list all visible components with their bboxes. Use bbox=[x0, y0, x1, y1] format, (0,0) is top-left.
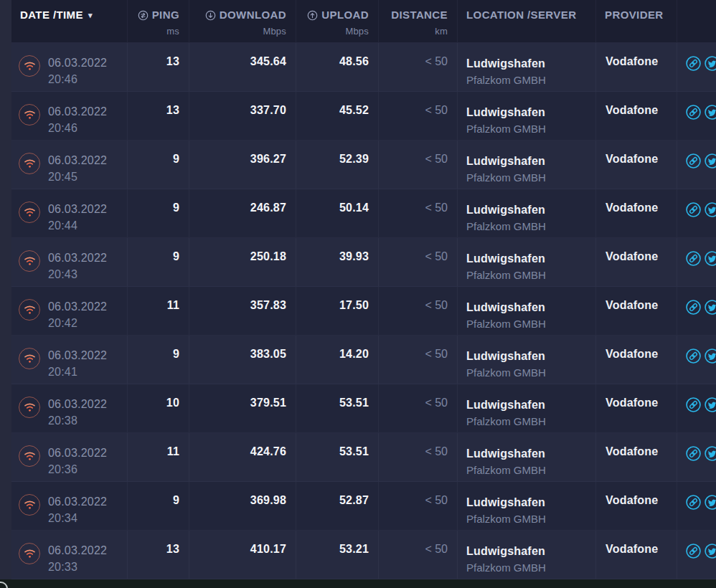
result-link-icon[interactable] bbox=[686, 202, 701, 237]
result-link-icon[interactable] bbox=[686, 544, 701, 579]
share-twitter-icon[interactable] bbox=[705, 495, 716, 530]
column-unit: ms bbox=[128, 24, 179, 39]
download-value: 383.05 bbox=[189, 336, 296, 384]
result-date: 06.03.2022 bbox=[48, 495, 107, 508]
ping-icon bbox=[138, 10, 149, 21]
ping-value: 11 bbox=[127, 287, 189, 335]
location-server-cell: Ludwigshafen Pfalzkom GMBH bbox=[457, 189, 595, 237]
location-name: Ludwigshafen bbox=[466, 252, 545, 265]
server-name: Pfalzkom GMBH bbox=[466, 74, 546, 86]
result-row: 06.03.2022 20:46 13 337.70 45.52 < 50 Lu… bbox=[11, 92, 716, 141]
results-table-header: DATE /TIME ▾ PING ms bbox=[11, 0, 716, 43]
share-twitter-icon[interactable] bbox=[705, 397, 716, 432]
download-value: 410.17 bbox=[189, 531, 296, 579]
column-header-ping: PING ms bbox=[127, 0, 189, 42]
wifi-icon bbox=[19, 104, 40, 125]
download-value: 396.27 bbox=[189, 141, 296, 189]
location-server-cell: Ludwigshafen Pfalzkom GMBH bbox=[457, 92, 595, 140]
upload-icon bbox=[307, 10, 318, 21]
result-link-icon[interactable] bbox=[686, 251, 701, 286]
distance-value: < 50 bbox=[378, 433, 457, 481]
location-server-cell: Ludwigshafen Pfalzkom GMBH bbox=[457, 141, 595, 189]
result-link-icon[interactable] bbox=[686, 105, 701, 140]
ping-value: 13 bbox=[127, 531, 189, 579]
share-twitter-icon[interactable] bbox=[705, 251, 716, 286]
share-twitter-icon[interactable] bbox=[705, 446, 716, 481]
result-time: 20:46 bbox=[48, 122, 77, 134]
location-name: Ludwigshafen bbox=[466, 57, 545, 70]
upload-value: 52.39 bbox=[296, 141, 378, 189]
distance-value: < 50 bbox=[378, 384, 457, 432]
distance-value: < 50 bbox=[378, 238, 457, 286]
download-value: 250.18 bbox=[189, 238, 296, 286]
share-twitter-icon[interactable] bbox=[705, 348, 716, 384]
share-twitter-icon[interactable] bbox=[705, 105, 716, 140]
ping-value: 9 bbox=[127, 189, 189, 237]
row-actions-cell bbox=[677, 287, 716, 335]
location-name: Ludwigshafen bbox=[466, 106, 545, 118]
ping-value: 9 bbox=[127, 482, 189, 530]
location-server-cell: Ludwigshafen Pfalzkom GMBH bbox=[457, 384, 595, 432]
share-twitter-icon[interactable] bbox=[705, 544, 716, 579]
server-name: Pfalzkom GMBH bbox=[466, 561, 546, 574]
upload-value: 53.51 bbox=[296, 433, 378, 481]
column-header-actions bbox=[677, 0, 716, 42]
column-header-label: UPLOAD bbox=[321, 8, 369, 22]
share-twitter-icon[interactable] bbox=[705, 202, 716, 237]
share-twitter-icon[interactable] bbox=[705, 56, 716, 91]
ping-value: 13 bbox=[127, 92, 189, 140]
result-link-icon[interactable] bbox=[686, 153, 701, 189]
download-value: 379.51 bbox=[189, 384, 296, 432]
column-header-label: LOCATION /SERVER bbox=[466, 8, 576, 22]
provider-name: Vodafone bbox=[595, 384, 677, 432]
upload-value: 45.52 bbox=[296, 92, 378, 140]
ping-value: 13 bbox=[127, 43, 189, 91]
result-date: 06.03.2022 bbox=[48, 349, 107, 361]
result-link-icon[interactable] bbox=[686, 495, 701, 530]
wifi-icon bbox=[19, 201, 40, 223]
provider-name: Vodafone bbox=[595, 189, 677, 237]
result-row: 06.03.2022 20:36 11 424.76 53.51 < 50 Lu… bbox=[11, 433, 716, 482]
map-marker-arc bbox=[0, 582, 8, 588]
result-link-icon[interactable] bbox=[686, 56, 701, 91]
date-time-cell: 06.03.2022 20:44 bbox=[11, 189, 127, 237]
share-twitter-icon[interactable] bbox=[705, 300, 716, 335]
ping-value: 11 bbox=[127, 433, 189, 481]
upload-value: 53.21 bbox=[296, 531, 378, 579]
result-time: 20:45 bbox=[48, 171, 77, 183]
location-server-cell: Ludwigshafen Pfalzkom GMBH bbox=[457, 433, 595, 481]
row-actions-cell bbox=[677, 43, 716, 91]
date-time-cell: 06.03.2022 20:33 bbox=[11, 531, 127, 579]
sort-caret-icon: ▾ bbox=[88, 8, 93, 22]
row-actions-cell bbox=[677, 384, 716, 432]
result-row: 06.03.2022 20:41 9 383.05 14.20 < 50 Lud… bbox=[11, 336, 716, 384]
server-name: Pfalzkom GMBH bbox=[466, 464, 546, 476]
column-header-label: PING bbox=[152, 8, 179, 22]
server-name: Pfalzkom GMBH bbox=[466, 123, 546, 135]
share-twitter-icon[interactable] bbox=[705, 153, 716, 189]
column-header-label: DATE /TIME bbox=[20, 8, 83, 22]
location-name: Ludwigshafen bbox=[466, 350, 545, 362]
provider-name: Vodafone bbox=[595, 287, 677, 335]
wifi-icon bbox=[19, 397, 40, 418]
column-header-date-time[interactable]: DATE /TIME ▾ bbox=[11, 0, 127, 42]
location-server-cell: Ludwigshafen Pfalzkom GMBH bbox=[457, 287, 595, 335]
provider-name: Vodafone bbox=[595, 336, 677, 384]
distance-value: < 50 bbox=[378, 287, 457, 335]
result-link-icon[interactable] bbox=[686, 446, 701, 481]
upload-value: 17.50 bbox=[296, 287, 378, 335]
upload-value: 14.20 bbox=[296, 336, 378, 384]
result-row: 06.03.2022 20:45 9 396.27 52.39 < 50 Lud… bbox=[11, 141, 716, 189]
distance-value: < 50 bbox=[378, 482, 457, 530]
result-link-icon[interactable] bbox=[686, 348, 701, 384]
result-time: 20:43 bbox=[48, 268, 77, 280]
date-time-cell: 06.03.2022 20:42 bbox=[11, 287, 127, 335]
wifi-icon bbox=[19, 543, 40, 564]
results-table-body: 06.03.2022 20:46 13 345.64 48.56 < 50 Lu… bbox=[11, 43, 716, 579]
result-date: 06.03.2022 bbox=[48, 203, 107, 215]
distance-value: < 50 bbox=[378, 531, 457, 579]
result-link-icon[interactable] bbox=[686, 300, 701, 335]
result-link-icon[interactable] bbox=[686, 397, 701, 432]
location-name: Ludwigshafen bbox=[466, 301, 545, 313]
download-value: 369.98 bbox=[189, 482, 296, 530]
